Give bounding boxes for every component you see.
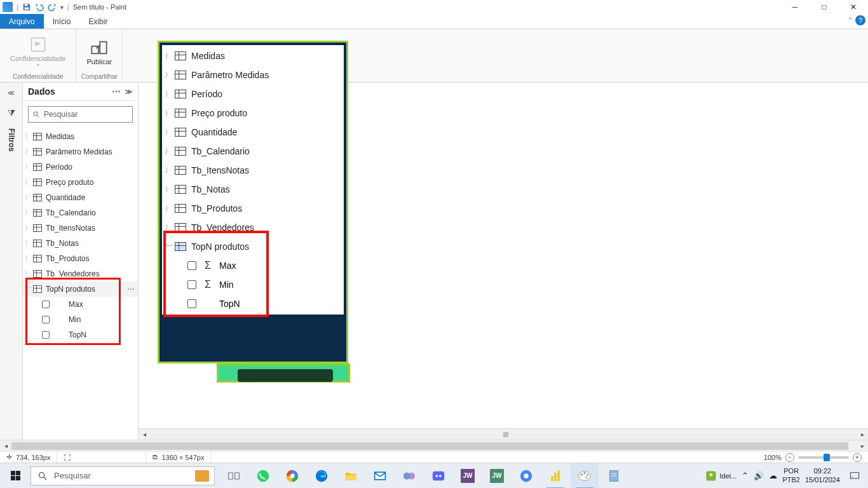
dados-panel: Dados ⋯ ≫ Pesquisar 〉Medidas 〉Parâmetro …	[23, 83, 139, 440]
svg-point-18	[408, 472, 415, 479]
svg-point-13	[290, 473, 294, 478]
explorer-icon[interactable]	[337, 463, 365, 489]
svg-rect-25	[554, 473, 556, 481]
svg-rect-10	[235, 473, 240, 479]
zoom-control[interactable]: 100% − +	[757, 453, 868, 462]
chrome2-icon[interactable]	[512, 463, 540, 489]
scroll-left-icon[interactable]: ◂	[139, 429, 150, 440]
whatsapp-icon[interactable]	[249, 463, 277, 489]
list-item: 〉Tb_Notas	[162, 180, 344, 199]
embedded-screenshot: 〉Medidas 〉Parâmetro Medidas 〉Período 〉Pr…	[158, 41, 348, 363]
app-jw-icon[interactable]: JW	[454, 463, 482, 489]
svg-point-23	[524, 473, 528, 478]
zoom-in-button[interactable]: +	[853, 453, 862, 462]
minimize-button[interactable]: ─	[780, 0, 810, 14]
maximize-button[interactable]: □	[810, 0, 839, 14]
svg-rect-4	[100, 41, 107, 53]
copilot-icon[interactable]	[395, 463, 423, 489]
app-jw2-icon[interactable]: JW	[483, 463, 511, 489]
svg-line-6	[37, 116, 39, 118]
tray-chevron-icon[interactable]: ⌃	[742, 471, 749, 480]
table-row[interactable]: 〉Tb_ItensNotas	[23, 220, 138, 236]
weather-icon[interactable]: Idei...	[705, 470, 737, 482]
svg-point-5	[34, 112, 37, 116]
taskbar-search[interactable]: Pesquisar	[31, 466, 215, 485]
svg-line-8	[44, 477, 46, 480]
svg-point-20	[435, 475, 438, 477]
publish-icon	[89, 37, 109, 58]
confidencialidade-button: Confidencialidade ▾	[4, 32, 72, 71]
inner-scrollbar[interactable]: ◂ ▸	[139, 428, 868, 440]
sensitivity-icon	[28, 34, 48, 55]
language-indicator[interactable]: POR PTB2	[782, 467, 800, 484]
table-row[interactable]: 〉Parâmetro Medidas	[23, 144, 138, 159]
speaker-icon[interactable]: 🔊	[754, 471, 764, 480]
list-item: 〉Parâmetro Medidas	[162, 65, 344, 85]
briefcase-icon	[195, 470, 209, 482]
chrome-icon[interactable]	[278, 463, 306, 489]
selection-icon: ⛶	[64, 454, 71, 461]
svg-rect-19	[433, 471, 444, 480]
notifications-icon[interactable]	[845, 471, 864, 481]
table-row[interactable]: 〉Preço produto	[23, 175, 138, 190]
scroll-right-icon[interactable]: ▸	[857, 429, 868, 440]
clock[interactable]: 09:22 15/01/2024	[805, 467, 840, 484]
save-icon[interactable]	[22, 3, 31, 11]
help-icon[interactable]: ?	[855, 15, 865, 25]
onedrive-icon[interactable]: ☁	[769, 471, 777, 480]
titlebar: | ▾ | Sem título - Paint ─ □ ✕	[0, 0, 868, 14]
canvas-size: ⧉ 1360 × 547px	[146, 452, 211, 463]
paint-icon[interactable]	[571, 463, 599, 489]
notes-icon[interactable]	[600, 463, 628, 489]
mail-icon[interactable]	[366, 463, 394, 489]
more-icon[interactable]: ⋯	[127, 285, 135, 294]
table-row[interactable]: 〉Período	[23, 159, 138, 175]
list-item: 〉Medidas	[162, 46, 344, 65]
chevron-right-icon[interactable]: ≫	[125, 88, 133, 96]
list-item: 〉Tb_ItensNotas	[162, 161, 344, 180]
edge-icon[interactable]	[308, 463, 336, 489]
scroll-right-icon[interactable]: ▸	[857, 440, 868, 452]
collapse-ribbon-icon[interactable]: ⌃	[848, 17, 853, 24]
scroll-left-icon[interactable]: ◂	[0, 440, 11, 452]
zoom-out-button[interactable]: −	[785, 453, 794, 462]
redo-icon[interactable]	[48, 3, 57, 11]
system-tray: Idei... ⌃ 🔊 ☁ POR PTB2 09:22 15/01/2024	[701, 467, 868, 484]
table-row[interactable]: 〉Quantidade	[23, 190, 138, 205]
chevron-left-icon[interactable]: ≪	[8, 89, 15, 97]
list-item: 〉Tb_Calendario	[162, 142, 344, 161]
zoom-slider[interactable]	[798, 456, 849, 459]
search-input[interactable]: Pesquisar	[28, 106, 133, 123]
outer-scrollbar[interactable]: ◂ ▸	[0, 440, 868, 451]
publicar-button[interactable]: Publicar	[80, 32, 118, 71]
filtros-label: Filtros	[7, 128, 16, 152]
discord-icon[interactable]	[424, 463, 452, 489]
svg-point-28	[581, 473, 583, 475]
crosshair-icon: ✛	[6, 453, 12, 461]
list-item: 〉Preço produto	[162, 104, 344, 123]
statusbar: ✛ 734, 163px ⛶ ⧉ 1360 × 547px 100% − +	[0, 451, 868, 463]
table-row[interactable]: 〉Tb_Notas	[23, 236, 138, 251]
selection-size: ⛶	[57, 452, 146, 463]
close-button[interactable]: ✕	[839, 0, 868, 14]
task-view-icon[interactable]	[220, 463, 248, 489]
filtros-rail[interactable]: ≪ ⧩ Filtros	[0, 83, 23, 440]
green-strip	[217, 363, 350, 383]
list-item: 〉Quantidade	[162, 123, 344, 142]
start-button[interactable]	[0, 463, 31, 489]
powerbi-icon[interactable]	[541, 463, 569, 489]
svg-point-30	[587, 473, 588, 475]
table-row[interactable]: 〉Medidas	[23, 129, 138, 144]
tab-exibir[interactable]: Exibir	[79, 14, 116, 29]
svg-point-36	[709, 473, 712, 476]
svg-rect-0	[24, 4, 27, 6]
table-row[interactable]: 〉Tb_Produtos	[23, 251, 138, 266]
svg-point-7	[39, 472, 44, 477]
undo-icon[interactable]	[35, 3, 44, 11]
canvas-area[interactable]: 〉Medidas 〉Parâmetro Medidas 〉Período 〉Pr…	[139, 83, 868, 440]
table-row[interactable]: 〉Tb_Calendario	[23, 205, 138, 220]
more-icon[interactable]: ⋯	[112, 86, 121, 97]
highlight-box-big	[163, 231, 269, 317]
tab-inicio[interactable]: Início	[44, 14, 80, 29]
tab-arquivo[interactable]: Arquivo	[0, 14, 44, 29]
